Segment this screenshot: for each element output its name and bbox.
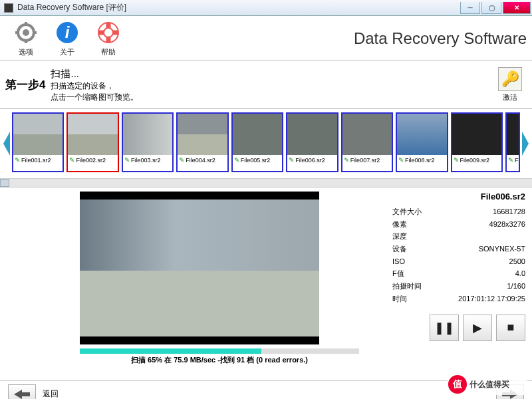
toolbar: 选项 i 关于 帮助 Data Recovery Software — [0, 16, 532, 61]
info-icon: i — [54, 19, 80, 46]
thumbnail-filename: File009.sr2 — [460, 157, 490, 164]
thumbnail-filename: File005.sr2 — [241, 157, 271, 164]
svg-marker-15 — [522, 132, 529, 156]
thumbnail-filename: File002.sr2 — [76, 157, 106, 164]
thumbnail[interactable]: ✎File008.sr2 — [396, 112, 448, 172]
minimize-button[interactable]: ─ — [460, 2, 480, 14]
pause-button[interactable]: ❚❚ — [430, 315, 459, 341]
thumbnail-strip: ✎File001.sr2✎File002.sr2✎File003.sr2✎Fil… — [0, 109, 532, 178]
key-icon: 🔑 — [498, 67, 522, 91]
thumbnail[interactable]: ✎File007.sr2 — [341, 112, 393, 172]
progress-text: 扫描 65% 在 75.9 MB/sec -找到 91 档 (0 read er… — [80, 355, 359, 365]
step-label: 第一步4 — [5, 77, 45, 92]
metadata-row: 设备SONYNEX-5T — [392, 243, 525, 255]
thumbnail-filename: File004.sr2 — [186, 157, 215, 164]
metadata-value: 16681728 — [493, 205, 525, 218]
svg-marker-16 — [14, 390, 30, 399]
metadata-value: 4928x3276 — [489, 218, 525, 231]
metadata-row: 像素4928x3276 — [392, 218, 525, 231]
thumbnail-image — [397, 114, 446, 155]
thumbnail-filename: File003.sr2 — [131, 157, 161, 164]
selected-filename: File006.sr2 — [392, 192, 525, 201]
svg-point-1 — [23, 29, 29, 36]
thumbnail[interactable]: ✎File003.sr2 — [122, 112, 174, 172]
scroll-right-button[interactable] — [520, 117, 531, 170]
preview-pane: 扫描 65% 在 75.9 MB/sec -找到 91 档 (0 read er… — [0, 188, 392, 380]
thumbnail-filename: File007.sr2 — [350, 157, 380, 164]
metadata-key: 文件大小 — [392, 205, 422, 218]
thumbnail-image — [13, 114, 63, 155]
pencil-icon: ✎ — [398, 156, 404, 164]
pencil-icon: ✎ — [454, 156, 459, 164]
progress-bar — [80, 348, 359, 354]
metadata-value: 1/160 — [507, 280, 525, 293]
metadata-row: F值4.0 — [392, 267, 525, 280]
close-button[interactable]: ✕ — [503, 2, 531, 14]
pencil-icon: ✎ — [15, 156, 20, 164]
pencil-icon: ✎ — [179, 156, 184, 164]
app-title: Data Recovery Software — [354, 29, 527, 48]
thumbnail-image — [233, 114, 282, 155]
metadata-pane: File006.sr2 文件大小16681728像素4928x3276深度设备S… — [392, 188, 532, 380]
play-button[interactable]: ▶ — [463, 315, 492, 341]
step-description: 扫描... 扫描选定的设备， 点击一个缩略图可预览。 — [51, 66, 138, 103]
thumbnail-image — [178, 114, 227, 155]
thumbnail-scrollbar[interactable] — [0, 178, 532, 188]
back-button[interactable] — [8, 384, 36, 400]
maximize-button[interactable]: ▢ — [481, 2, 501, 14]
thumbnail-filename: File008.sr2 — [405, 157, 435, 164]
gear-icon — [13, 19, 39, 46]
app-icon — [4, 3, 13, 13]
thumbnail[interactable]: ✎File006.sr2 — [286, 112, 338, 172]
pencil-icon: ✎ — [234, 156, 239, 164]
metadata-row: 深度 — [392, 230, 525, 243]
titlebar: Data Recovery Software [评价] ─ ▢ ✕ — [0, 0, 532, 16]
pencil-icon: ✎ — [124, 156, 130, 164]
about-button[interactable]: i 关于 — [47, 19, 88, 57]
thumbnail[interactable]: ✎File004.sr2 — [176, 112, 228, 172]
thumbnail[interactable]: ✎F — [505, 112, 520, 172]
thumbnail-image — [342, 114, 392, 155]
step-bar: 第一步4 扫描... 扫描选定的设备， 点击一个缩略图可预览。 🔑 激活 — [0, 61, 532, 109]
stop-button[interactable]: ■ — [496, 315, 525, 341]
metadata-row: ISO2500 — [392, 255, 525, 268]
preview-image — [80, 192, 319, 344]
thumbnail[interactable]: ✎File002.sr2 — [66, 112, 118, 172]
metadata-key: 拍摄时间 — [392, 280, 422, 293]
metadata-row: 时间2017:01:12 17:09:25 — [392, 293, 525, 305]
activate-button[interactable]: 🔑 激活 — [493, 67, 527, 102]
metadata-key: 时间 — [392, 293, 407, 305]
metadata-value: 4.0 — [515, 267, 525, 280]
watermark: 什么值得买 — [447, 374, 527, 395]
thumbnail-filename: File006.sr2 — [295, 157, 325, 164]
thumbnail-image — [68, 114, 117, 155]
thumbnail-image — [123, 114, 172, 155]
svg-marker-14 — [3, 132, 10, 156]
thumbnail[interactable]: ✎File001.sr2 — [12, 112, 64, 172]
help-button[interactable]: 帮助 — [88, 19, 129, 57]
scrollbar-handle[interactable] — [0, 179, 9, 187]
pencil-icon: ✎ — [289, 156, 294, 164]
metadata-key: 设备 — [392, 243, 407, 255]
svg-point-9 — [104, 28, 113, 37]
metadata-value: 2500 — [509, 255, 525, 268]
metadata-key: 深度 — [392, 230, 407, 243]
pencil-icon: ✎ — [344, 156, 349, 164]
options-button[interactable]: 选项 — [5, 19, 47, 57]
thumbnail-image — [452, 114, 501, 155]
thumbnail[interactable]: ✎File005.sr2 — [231, 112, 283, 172]
metadata-key: 像素 — [392, 218, 407, 231]
thumbnail[interactable]: ✎File009.sr2 — [451, 112, 503, 172]
back-label: 返回 — [43, 388, 59, 399]
thumbnail-filename: File001.sr2 — [21, 157, 51, 164]
metadata-value: 2017:01:12 17:09:25 — [458, 293, 525, 305]
metadata-row: 文件大小16681728 — [392, 205, 525, 218]
window-title: Data Recovery Software [评价] — [17, 2, 126, 13]
lifebuoy-icon — [95, 19, 122, 46]
metadata-value: SONYNEX-5T — [479, 243, 525, 255]
metadata-row: 拍摄时间1/160 — [392, 280, 525, 293]
metadata-key: ISO — [392, 255, 405, 268]
scroll-left-button[interactable] — [1, 117, 12, 170]
thumbnail-image — [287, 114, 336, 155]
pencil-icon: ✎ — [69, 156, 74, 164]
